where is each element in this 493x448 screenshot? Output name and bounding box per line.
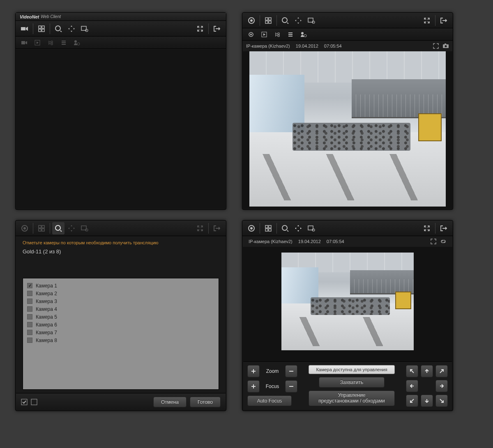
- exit-icon[interactable]: [438, 14, 450, 27]
- camera-checkbox[interactable]: [27, 291, 32, 296]
- exit-icon[interactable]: [211, 23, 223, 35]
- separator: [435, 15, 435, 26]
- exit-icon[interactable]: [211, 222, 223, 234]
- camera-checkbox[interactable]: [27, 299, 32, 304]
- record-dropdown-icon[interactable]: [52, 23, 65, 35]
- list-icon[interactable]: [286, 30, 295, 39]
- layout-grid-icon[interactable]: [262, 222, 274, 234]
- deselect-all-icon[interactable]: [31, 399, 37, 405]
- collapse-icon[interactable]: [194, 222, 206, 234]
- camera-checkbox[interactable]: [27, 338, 32, 343]
- separator: [50, 23, 50, 34]
- video-date: 19.04.2012: [298, 239, 321, 244]
- camera-icon[interactable]: [20, 39, 28, 47]
- separator: [33, 23, 33, 34]
- camera-checkbox[interactable]: [27, 322, 32, 327]
- autofocus-button[interactable]: Auto Focus: [247, 395, 292, 406]
- svg-point-0: [55, 26, 60, 31]
- user-settings-icon[interactable]: [299, 30, 308, 39]
- record-dropdown-icon[interactable]: [279, 14, 291, 27]
- separator: [435, 223, 435, 234]
- ptz-down-button[interactable]: [421, 395, 433, 407]
- ptz-right-button[interactable]: [435, 380, 448, 392]
- video-image: [249, 51, 446, 207]
- separator: [260, 15, 260, 26]
- layout-grid-icon[interactable]: [262, 14, 274, 27]
- ptz-down-right-button[interactable]: [435, 395, 448, 407]
- play-icon[interactable]: [33, 39, 41, 47]
- instruction-text: Отметьте камеры по которым необходимо по…: [16, 236, 226, 247]
- zoom-in-button[interactable]: [247, 365, 260, 377]
- record-icon[interactable]: [247, 30, 255, 39]
- panel-live-view: IP-камера (Kizhaev2) 19.04.2012 07:05:54: [242, 12, 453, 210]
- camera-row[interactable]: Камера 7: [27, 329, 214, 336]
- list-icon[interactable]: [60, 39, 68, 47]
- camera-row[interactable]: Камера 6: [27, 321, 214, 329]
- brand: VideoNet: [20, 14, 39, 19]
- ptz-mode-icon[interactable]: [65, 23, 78, 35]
- svg-point-28: [282, 225, 287, 230]
- camera-row[interactable]: Камера 1: [27, 282, 214, 289]
- record-icon[interactable]: [18, 222, 31, 234]
- exit-icon[interactable]: [438, 222, 450, 234]
- focus-out-button[interactable]: [285, 380, 297, 393]
- camera-checkbox[interactable]: [27, 330, 32, 335]
- settings-icon[interactable]: [78, 222, 91, 234]
- collapse-icon[interactable]: [194, 23, 206, 35]
- ptz-up-left-button[interactable]: [406, 365, 418, 377]
- snapshot-icon[interactable]: [442, 43, 449, 49]
- ptz-up-button[interactable]: [421, 365, 433, 377]
- camera-row[interactable]: Камера 2: [27, 289, 214, 297]
- ptz-mode-icon[interactable]: [292, 14, 304, 27]
- fullscreen-icon[interactable]: [433, 43, 439, 49]
- settings-icon[interactable]: [305, 14, 318, 27]
- done-button[interactable]: Готово: [190, 397, 221, 407]
- record-dropdown-icon[interactable]: [52, 222, 65, 234]
- camera-checkbox[interactable]: [27, 283, 32, 288]
- camera-label: Камера 6: [36, 322, 57, 328]
- ptz-dpad: [406, 365, 448, 407]
- video-date: 19.04.2012: [296, 44, 318, 48]
- camera-list[interactable]: Камера 1Камера 2Камера 3Камера 4Камера 5…: [23, 278, 219, 390]
- camera-row[interactable]: Камера 5: [27, 313, 214, 321]
- collapse-icon[interactable]: [421, 222, 433, 234]
- fullscreen-icon[interactable]: [430, 238, 437, 245]
- focus-in-button[interactable]: [247, 380, 260, 393]
- video-feed[interactable]: [281, 253, 414, 350]
- ptz-mode-icon[interactable]: [65, 222, 78, 234]
- settings-icon[interactable]: [305, 222, 318, 234]
- record-icon[interactable]: [245, 222, 258, 234]
- video-time: 07:05:54: [327, 239, 344, 244]
- link-icon[interactable]: [440, 238, 447, 245]
- zoom-out-button[interactable]: [285, 365, 297, 377]
- capture-button[interactable]: Захватить: [319, 377, 385, 388]
- play-icon[interactable]: [260, 30, 268, 39]
- layout-grid-icon[interactable]: [35, 222, 48, 234]
- camera-row[interactable]: Камера 3: [27, 297, 214, 305]
- cancel-button[interactable]: Отмена: [153, 397, 187, 407]
- ptz-down-left-button[interactable]: [406, 395, 418, 407]
- tree-icon[interactable]: [273, 30, 281, 39]
- tree-icon[interactable]: [46, 39, 55, 47]
- ptz-center-blank: [421, 380, 433, 392]
- ptz-mode-icon[interactable]: [292, 222, 304, 234]
- select-all-icon[interactable]: [21, 399, 28, 405]
- separator: [208, 223, 209, 234]
- camera-mode-icon[interactable]: [18, 23, 31, 35]
- layout-grid-icon[interactable]: [35, 23, 48, 35]
- brand-sub: Web Client: [41, 14, 61, 19]
- camera-checkbox[interactable]: [27, 306, 32, 312]
- ptz-left-button[interactable]: [406, 380, 418, 392]
- collapse-icon[interactable]: [421, 14, 433, 27]
- user-settings-icon[interactable]: [73, 39, 81, 47]
- camera-checkbox[interactable]: [27, 314, 32, 319]
- video-feed[interactable]: [249, 51, 446, 207]
- record-dropdown-icon[interactable]: [279, 222, 291, 234]
- titlebar: VideoNet Web Client: [16, 13, 226, 21]
- camera-row[interactable]: Камера 4: [27, 305, 214, 313]
- record-icon[interactable]: [245, 14, 258, 27]
- ptz-up-right-button[interactable]: [435, 365, 448, 377]
- settings-icon[interactable]: [78, 23, 91, 35]
- camera-row[interactable]: Камера 8: [27, 336, 214, 344]
- presets-button[interactable]: Управление предустановками / обходами: [309, 391, 395, 406]
